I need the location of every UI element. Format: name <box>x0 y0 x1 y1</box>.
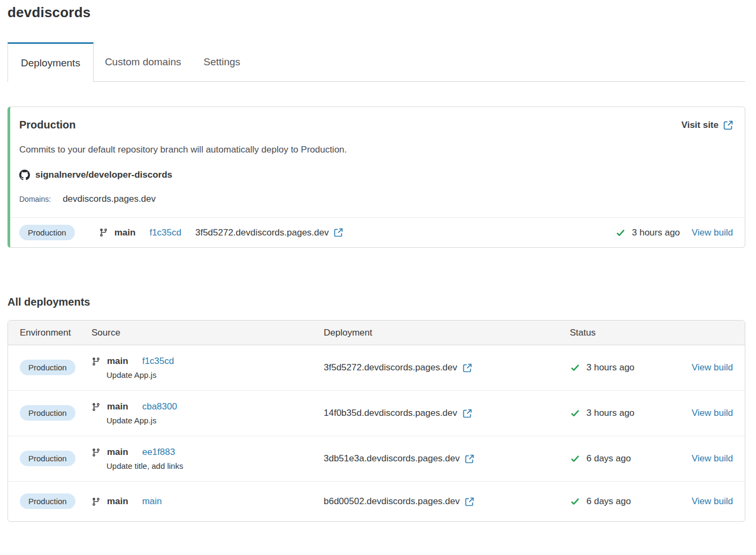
view-build-link[interactable]: View build <box>692 227 733 238</box>
deployment-url: 14f0b35d.devdiscords.pages.dev <box>324 408 457 419</box>
git-branch-icon <box>99 228 108 237</box>
environment-badge: Production <box>20 360 75 375</box>
git-branch-icon <box>91 497 101 506</box>
table-row: Production main ee1f883 Update title, ad… <box>8 436 745 482</box>
commit-message: Update App.js <box>91 416 324 425</box>
deployment-url: 3f5d5272.devdiscords.pages.dev <box>324 362 457 373</box>
branch-name: main <box>107 401 128 412</box>
external-link-icon <box>465 454 474 463</box>
deployment-url: 3db51e3a.devdiscords.pages.dev <box>324 453 460 464</box>
commit-message: Update title, add links <box>91 461 324 470</box>
production-deployment-row: Production main f1c35cd 3f5d5272.devdisc… <box>10 217 745 247</box>
repo-name: signalnerve/developer-discords <box>35 170 172 180</box>
check-icon <box>570 497 580 506</box>
production-card: Production Visit site Commits to your de… <box>7 107 745 248</box>
external-link-icon <box>463 363 472 372</box>
view-build-link[interactable]: View build <box>692 453 733 463</box>
deployment-url: 3f5d5272.devdiscords.pages.dev <box>195 227 329 238</box>
column-header-source: Source <box>91 328 324 338</box>
commit-link[interactable]: f1c35cd <box>149 227 181 238</box>
github-icon <box>19 170 30 180</box>
check-icon <box>570 454 580 463</box>
environment-badge: Production <box>20 493 75 509</box>
page-title: devdiscords <box>7 4 745 21</box>
view-build-link[interactable]: View build <box>692 362 733 372</box>
environment-badge: Production <box>20 451 75 466</box>
external-link-icon <box>465 497 474 506</box>
branch-name: main <box>107 496 128 507</box>
check-icon <box>570 363 580 372</box>
production-description: Commits to your default repository branc… <box>19 145 733 155</box>
deployments-table: Environment Source Deployment Status Pro… <box>7 320 745 522</box>
commit-link[interactable]: cba8300 <box>142 401 177 412</box>
tab-bar: Deployments Custom domains Settings <box>7 42 745 82</box>
view-build-link[interactable]: View build <box>692 496 733 506</box>
commit-message: Update App.js <box>91 370 324 379</box>
tab-deployments[interactable]: Deployments <box>7 42 94 82</box>
check-icon <box>615 229 625 237</box>
visit-site-label: Visit site <box>681 120 719 131</box>
git-branch-icon <box>91 357 101 366</box>
deployment-url: b6d00502.devdiscords.pages.dev <box>324 496 460 507</box>
table-header: Environment Source Deployment Status <box>8 321 745 345</box>
domains-row: Domains: devdiscords.pages.dev <box>19 194 733 204</box>
domains-value: devdiscords.pages.dev <box>63 194 156 204</box>
open-deployment-link[interactable] <box>465 454 474 463</box>
commit-link[interactable]: ee1f883 <box>142 447 175 458</box>
open-deployment-link[interactable] <box>334 228 343 237</box>
git-branch-icon <box>91 448 101 457</box>
all-deployments-title: All deployments <box>7 296 745 308</box>
open-deployment-link[interactable] <box>463 409 472 418</box>
table-row: Production main f1c35cd Update App.js 3f… <box>8 345 745 391</box>
status-time: 3 hours ago <box>586 408 635 419</box>
status-time: 3 hours ago <box>632 227 680 238</box>
branch-link[interactable]: main <box>142 496 162 507</box>
status-time: 3 hours ago <box>586 362 635 373</box>
status-time: 6 days ago <box>586 496 631 507</box>
external-link-icon <box>334 228 343 237</box>
open-deployment-link[interactable] <box>465 497 474 506</box>
environment-badge: Production <box>19 225 75 240</box>
status-time: 6 days ago <box>586 453 631 464</box>
commit-link[interactable]: f1c35cd <box>142 356 174 367</box>
table-row: Production main cba8300 Update App.js 14… <box>8 391 745 436</box>
git-branch-icon <box>91 402 101 412</box>
production-title: Production <box>19 119 76 131</box>
branch-name: main <box>107 447 128 458</box>
external-link-icon <box>723 120 733 130</box>
repo-link[interactable]: signalnerve/developer-discords <box>19 170 733 180</box>
environment-badge: Production <box>20 405 75 421</box>
visit-site-link[interactable]: Visit site <box>681 120 733 131</box>
column-header-environment: Environment <box>20 328 91 338</box>
domains-label: Domains: <box>19 195 51 203</box>
production-card-body: Production Visit site Commits to your de… <box>10 107 745 217</box>
open-deployment-link[interactable] <box>463 363 472 372</box>
pages-project-page: devdiscords Deployments Custom domains S… <box>0 0 756 522</box>
view-build-link[interactable]: View build <box>692 408 733 418</box>
table-row: Production main main b6d00502.devdiscord… <box>8 482 745 521</box>
branch-name: main <box>114 227 136 238</box>
external-link-icon <box>463 409 472 418</box>
branch-name: main <box>107 356 128 367</box>
tab-settings[interactable]: Settings <box>192 42 251 81</box>
tab-custom-domains[interactable]: Custom domains <box>94 42 193 81</box>
column-header-status: Status <box>570 328 687 338</box>
column-header-deployment: Deployment <box>324 328 570 338</box>
check-icon <box>570 409 580 417</box>
